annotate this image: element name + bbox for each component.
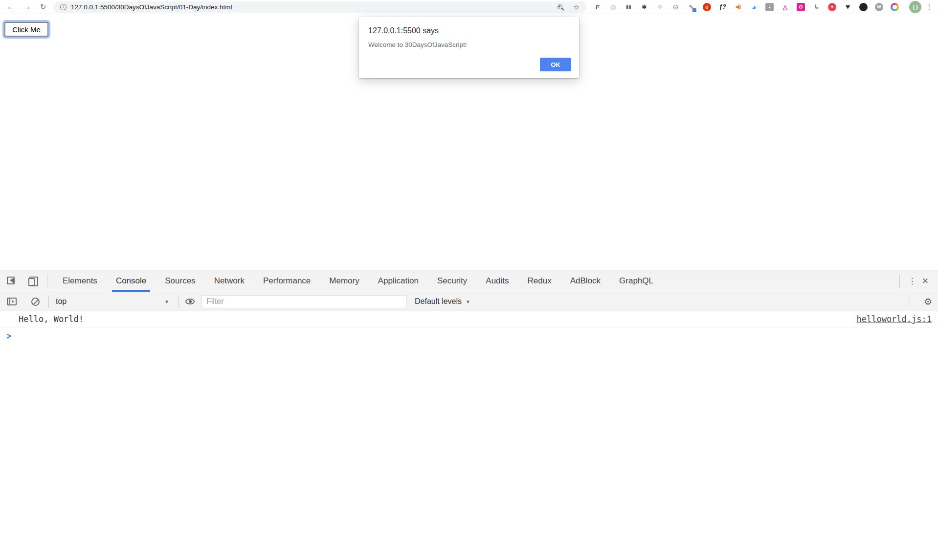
console-toolbar-separator-1 [48, 295, 49, 308]
tab-performance[interactable]: Performance [259, 270, 314, 292]
console-prompt-chevron-icon: > [6, 330, 11, 342]
tab-adblock[interactable]: AdBlock [566, 270, 604, 292]
site-info-icon[interactable] [60, 4, 67, 10]
chevron-down-icon: ▼ [466, 299, 470, 304]
console-settings-gear-icon[interactable]: ⚙ [924, 297, 932, 306]
orbit-extension-icon[interactable]: ◎ [609, 3, 617, 11]
console-prompt[interactable]: > [0, 327, 938, 344]
live-expression-eye-icon[interactable] [185, 299, 195, 304]
reload-icon[interactable]: ↻ [37, 1, 49, 13]
tab-audits[interactable]: Audits [482, 270, 513, 292]
execution-context-value: top [56, 297, 67, 306]
url-text[interactable]: 127.0.0.1:5500/30DaysOfJavaScript/01-Day… [71, 3, 558, 11]
console-toolbar-separator-3 [910, 295, 910, 308]
console-log-row: Hello, World! helloworld.js:1 [0, 311, 938, 327]
color-ring-extension-icon[interactable] [891, 3, 899, 11]
log-levels-select[interactable]: Default levels ▼ [415, 297, 470, 306]
tab-graphql[interactable]: GraphQL [615, 270, 657, 292]
click-me-button[interactable]: Click Me [4, 22, 48, 37]
tab-redux[interactable]: Redux [524, 270, 556, 292]
zoom-icon[interactable] [558, 4, 562, 9]
address-bar[interactable]: 127.0.0.1:5500/30DaysOfJavaScript/01-Day… [53, 1, 586, 13]
inspect-element-icon[interactable] [7, 277, 16, 285]
console-sidebar-toggle-icon[interactable] [7, 298, 17, 305]
face-extension-icon[interactable]: ⊖ [671, 3, 680, 11]
wappalyzer-extension-icon[interactable]: w [875, 3, 883, 11]
tab-console[interactable]: Console [112, 270, 150, 292]
bug-extension-icon[interactable]: ✱ [640, 3, 648, 11]
browser-toolbar: ← → ↻ 127.0.0.1:5500/30DaysOfJavaScript/… [0, 0, 938, 14]
swirl-extension-icon[interactable]: ◕ [750, 3, 758, 11]
console-toolbar: top ▼ Default levels ▼ ⚙ [0, 292, 938, 311]
tab-elements[interactable]: Elements [59, 270, 101, 292]
heart-search-extension-icon[interactable]: ♥ [844, 3, 852, 11]
browser-menu-icon[interactable]: ⋮ [925, 2, 933, 11]
alert-message: Welcome to 30DaysOfJavaScript! [368, 41, 571, 48]
alert-ok-button[interactable]: OK [540, 58, 571, 71]
forward-icon[interactable]: → [21, 1, 33, 13]
grid-extension-icon[interactable]: ❖ [656, 3, 664, 11]
devtools-panel: Elements Console Sources Network Perform… [0, 270, 938, 560]
adblock-hand-extension-icon[interactable]: ☝ [703, 3, 711, 11]
devtools-tab-bar: Elements Console Sources Network Perform… [0, 270, 938, 292]
device-toolbar-icon[interactable] [28, 277, 38, 286]
console-filter-input[interactable] [201, 295, 407, 308]
console-source-link[interactable]: helloworld.js:1 [856, 314, 932, 324]
tab-bar-separator [47, 275, 47, 287]
devtools-menu-icon[interactable]: ⋮ [906, 276, 918, 286]
extensions-bar: F ◎ ▮▮ ✱ ❖ ⊖ ✎ ☝ ƒ? ◀) ◕ ● △ ⚙ ↳ ▾ ♥ w [593, 3, 899, 11]
tab-memory[interactable]: Memory [325, 270, 363, 292]
toolbar-separator [905, 2, 905, 11]
console-log-text: Hello, World! [19, 314, 856, 324]
console-output: Hello, World! helloworld.js:1 > [0, 311, 938, 560]
power-circle-extension-icon[interactable] [859, 3, 868, 11]
execution-context-select[interactable]: top ▼ [56, 297, 169, 306]
browser-window: ← → ↻ 127.0.0.1:5500/30DaysOfJavaScript/… [0, 0, 938, 560]
chevron-down-icon: ▼ [164, 299, 169, 304]
alert-dialog: 127.0.0.1:5500 says Welcome to 30DaysOfJ… [359, 17, 579, 78]
back-icon[interactable]: ← [5, 1, 17, 13]
prism-extension-icon[interactable]: △ [781, 3, 789, 11]
tab-network[interactable]: Network [210, 270, 248, 292]
log-levels-label: Default levels [415, 297, 462, 306]
megaphone-extension-icon[interactable]: ◀) [734, 3, 742, 11]
page-content: Click Me 127.0.0.1:5500 says Welcome to … [0, 14, 938, 270]
bookmark-star-icon[interactable]: ☆ [573, 3, 580, 11]
tab-bar-right-separator [899, 275, 900, 287]
tab-sources[interactable]: Sources [161, 270, 199, 292]
console-toolbar-separator-2 [178, 295, 179, 308]
profile-avatar[interactable]: { } [909, 1, 921, 13]
pause-bars-extension-icon[interactable]: ▮▮ [625, 3, 633, 11]
function-question-extension-icon[interactable]: ƒ? [718, 3, 727, 11]
devtools-close-icon[interactable]: × [918, 275, 932, 287]
tab-security[interactable]: Security [433, 270, 471, 292]
fireshot-extension-icon[interactable]: F [593, 3, 602, 11]
camera-extension-icon[interactable]: ● [765, 3, 774, 11]
pocket-extension-icon[interactable]: ▾ [828, 3, 836, 11]
tab-application[interactable]: Application [374, 270, 423, 292]
pink-gear-extension-icon[interactable]: ⚙ [797, 3, 805, 11]
eyedropper-extension-icon[interactable]: ✎ [687, 3, 695, 11]
clear-console-icon[interactable] [31, 298, 40, 306]
alert-title: 127.0.0.1:5500 says [368, 26, 571, 35]
corner-arrow-extension-icon[interactable]: ↳ [812, 3, 821, 11]
